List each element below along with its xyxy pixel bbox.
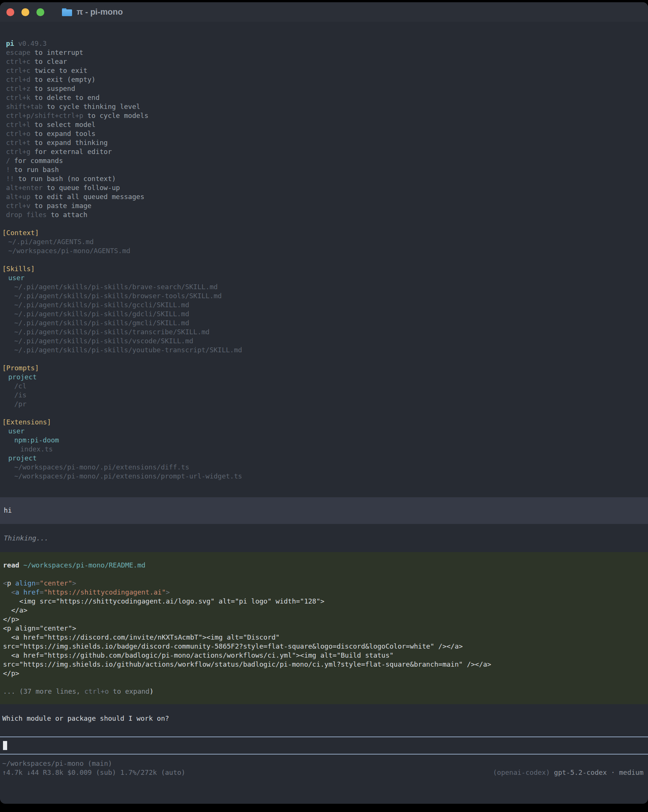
code-line: src="https://img.shields.io/github/actio… — [0, 660, 648, 669]
assistant-message-text: Which module or package should I work on… — [0, 714, 648, 723]
model-name: gpt-5.2-codex · medium — [554, 768, 643, 776]
section-item: ~/.pi/agent/skills/pi-skills/vscode/SKIL… — [0, 337, 648, 345]
provider-name: (openai-codex) — [493, 768, 554, 776]
code-line: <img src="https://shittycodingagent.ai/l… — [0, 597, 648, 606]
model-info: (openai-codex) gpt-5.2-codex · medium — [493, 768, 643, 777]
tool-argument-path: ~/workspaces/pi-mono/README.md — [23, 561, 145, 569]
status-footer: ~/workspaces/pi-mono (main) ↑4.7k ↓44 R3… — [0, 759, 648, 777]
shortcut-line: shift+tab to cycle thinking level — [0, 102, 648, 111]
code-line: <p align="center"> — [0, 624, 648, 633]
code-line: </a> — [0, 606, 648, 615]
section-item: index.ts — [0, 445, 648, 454]
text-cursor — [3, 741, 7, 750]
expand-hint-line: ... (37 more lines, ctrl+o to expand) — [0, 687, 648, 696]
code-line: </p> — [0, 615, 648, 624]
code-line: <a href="https://shittycodingagent.ai"> — [0, 588, 648, 597]
zoom-window-button[interactable] — [37, 8, 44, 16]
section-header: [Prompts] — [0, 363, 648, 372]
shortcut-line: ctrl+c twice to exit — [0, 66, 648, 75]
section-item: ~/.pi/agent/skills/pi-skills/gdcli/SKILL… — [0, 310, 648, 319]
assistant-message: Which module or package should I work on… — [0, 714, 648, 723]
section-item: ~/.pi/agent/skills/pi-skills/youtube-tra… — [0, 345, 648, 354]
app-version-line: pi v0.49.3 — [0, 39, 648, 48]
code-line: </p> — [0, 669, 648, 678]
tool-call-read-block: read ~/workspaces/pi-mono/README.md <p a… — [0, 552, 648, 704]
shortcut-line: ! to run bash — [0, 165, 648, 174]
shortcut-line: ctrl+t to expand thinking — [0, 138, 648, 147]
tool-call-header: read ~/workspaces/pi-mono/README.md — [0, 561, 648, 570]
shortcuts-list: escape to interruptctrl+c to clearctrl+c… — [0, 48, 648, 219]
shortcut-line: ctrl+z to suspend — [0, 84, 648, 93]
section-item: ~/.pi/agent/skills/pi-skills/brave-searc… — [0, 282, 648, 292]
section-item: user — [0, 273, 648, 282]
section-item: ~/.pi/agent/AGENTS.md — [0, 237, 648, 246]
window-title: π - pi-mono — [76, 7, 123, 17]
section-item: ~/.pi/agent/skills/pi-skills/browser-too… — [0, 292, 648, 301]
section-header: [Skills] — [0, 264, 648, 273]
code-line: src="https://img.shields.io/badge/discor… — [0, 642, 648, 651]
terminal-content: pi v0.49.3 escape to interruptctrl+c to … — [0, 22, 648, 777]
shortcut-line: escape to interrupt — [0, 48, 648, 57]
shortcut-line: !! to run bash (no context) — [0, 174, 648, 183]
thinking-text: Thinking... — [0, 534, 648, 543]
section-item: ~/.pi/agent/skills/pi-skills/transcribe/… — [0, 328, 648, 337]
shortcut-line: ctrl+l to select model — [0, 120, 648, 129]
section-item: ~/workspaces/pi-mono/AGENTS.md — [0, 246, 648, 255]
code-line: <a href="https://discord.com/invite/nKXT… — [0, 633, 648, 642]
code-line: <a href="https://github.com/badlogic/pi-… — [0, 651, 648, 660]
section-item: project — [0, 454, 648, 463]
shortcut-line: ctrl+c to clear — [0, 57, 648, 66]
stats-line: ↑4.7k ↓44 R3.8k $0.009 (sub) 1.7%/272k (… — [0, 768, 648, 777]
shortcut-line: ctrl+g for external editor — [0, 147, 648, 156]
tool-name: read — [3, 561, 19, 569]
section-item: /pr — [0, 400, 648, 409]
section-item: user — [0, 427, 648, 436]
section-item: /is — [0, 391, 648, 400]
shortcut-line: alt+enter to queue follow-up — [0, 183, 648, 192]
section-item: /cl — [0, 382, 648, 391]
user-message: hi — [0, 497, 648, 524]
shortcut-line: ctrl+v to paste image — [0, 201, 648, 210]
shortcut-line: / for commands — [0, 156, 648, 165]
shortcut-line: alt+up to edit all queued messages — [0, 192, 648, 201]
close-window-button[interactable] — [6, 8, 14, 16]
user-message-text: hi — [0, 506, 648, 515]
section-header: [Extensions] — [0, 418, 648, 427]
section-item: npm:pi-doom — [0, 436, 648, 445]
section-header: [Context] — [0, 228, 648, 237]
section-item: ~/.pi/agent/skills/pi-skills/gmcli/SKILL… — [0, 319, 648, 328]
section-item: ~/workspaces/pi-mono/.pi/extensions/diff… — [0, 463, 648, 472]
prompt-input[interactable] — [0, 737, 648, 754]
shortcut-line: ctrl+d to exit (empty) — [0, 75, 648, 84]
tool-output-code: <p align="center"> <a href="https://shit… — [0, 579, 648, 678]
shortcut-line: ctrl+k to delete to end — [0, 93, 648, 102]
minimize-window-button[interactable] — [21, 8, 29, 16]
folder-icon — [62, 8, 72, 16]
section-item: ~/.pi/agent/skills/pi-skills/gccli/SKILL… — [0, 301, 648, 310]
shortcut-line: drop files to attach — [0, 210, 648, 219]
token-cost-stats: ↑4.7k ↓44 R3.8k $0.009 (sub) 1.7%/272k (… — [2, 768, 186, 777]
section-item: project — [0, 372, 648, 382]
thinking-indicator: Thinking... — [0, 534, 648, 543]
section-item: ~/workspaces/pi-mono/.pi/extensions/prom… — [0, 472, 648, 481]
shortcut-line: ctrl+p/shift+ctrl+p to cycle models — [0, 111, 648, 120]
app-name: pi — [6, 40, 14, 47]
shortcut-line: ctrl+o to expand tools — [0, 129, 648, 138]
startup-sections: [Context]~/.pi/agent/AGENTS.md~/workspac… — [0, 219, 648, 481]
code-line: <p align="center"> — [0, 579, 648, 588]
titlebar: π - pi-mono — [0, 2, 648, 22]
terminal-window: π - pi-mono pi v0.49.3 escape to interru… — [0, 2, 648, 804]
app-version: v0.49.3 — [18, 40, 47, 47]
cwd-branch-line: ~/workspaces/pi-mono (main) — [0, 759, 648, 768]
